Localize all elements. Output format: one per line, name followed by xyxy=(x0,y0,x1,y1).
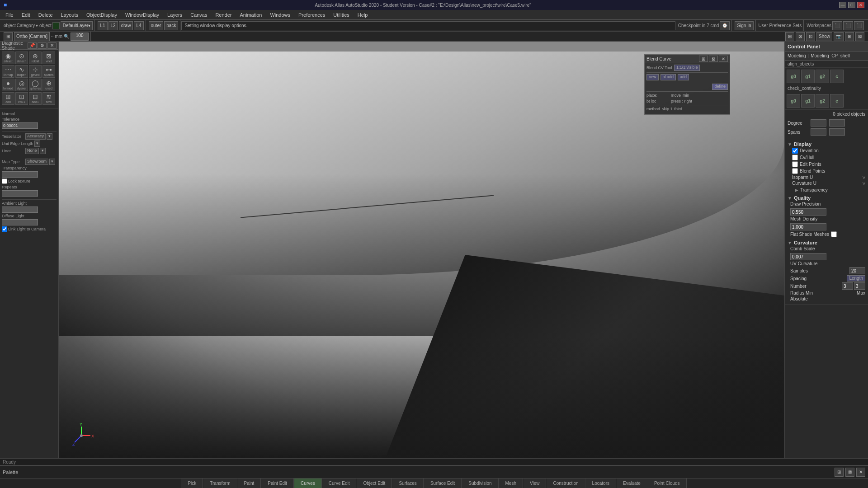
deviation-check[interactable] xyxy=(792,148,798,154)
number-v-input[interactable] xyxy=(854,282,865,290)
tool-uned[interactable]: ⊕uned xyxy=(42,79,55,91)
shelf-g0-1[interactable]: g0 xyxy=(787,70,800,83)
show-btn[interactable]: Show xyxy=(816,32,832,41)
blend-points-check[interactable] xyxy=(792,168,798,174)
degree-input1[interactable] xyxy=(811,119,826,127)
workspaces-icon3[interactable]: ⬛ xyxy=(854,21,864,30)
link-light-check[interactable] xyxy=(2,226,7,232)
spans-input1[interactable] xyxy=(811,128,826,136)
tool-vnet[interactable]: ⊠vnet xyxy=(42,52,55,64)
blend-panel-close[interactable]: ✕ xyxy=(719,56,728,62)
repeats-input[interactable] xyxy=(2,190,38,197)
back-btn[interactable]: back xyxy=(164,21,178,30)
shelf-tab-construction[interactable]: Construction xyxy=(547,479,585,488)
zoom-input[interactable]: 100 xyxy=(71,33,89,41)
shelf-g1-1[interactable]: g1 xyxy=(801,70,815,83)
tool-isopen[interactable]: ∿isopen xyxy=(15,65,28,78)
shelf-tab-subdivision[interactable]: Subdivision xyxy=(462,479,498,488)
menu-item-file[interactable]: File xyxy=(2,11,17,19)
menu-item-objectdisplay[interactable]: ObjectDisplay xyxy=(83,11,121,19)
tool-flow[interactable]: ≋flow xyxy=(42,92,55,105)
quality-collapse[interactable]: ▼ Quality xyxy=(788,195,865,201)
shelf-tab-surface-edit[interactable]: Surface Edit xyxy=(424,479,462,488)
panel-close[interactable]: ✕ xyxy=(47,42,57,49)
draw-btn[interactable]: draw xyxy=(119,21,133,30)
tolerance-input[interactable] xyxy=(2,122,38,129)
samples-input[interactable] xyxy=(849,267,865,274)
shelf-tab-locators[interactable]: Locators xyxy=(586,479,616,488)
display-collapse[interactable]: ▼ Display xyxy=(788,141,865,147)
tool-formed[interactable]: ●formed xyxy=(2,79,14,91)
l2-btn[interactable]: L2 xyxy=(108,21,118,30)
draw-precision-input[interactable] xyxy=(790,208,826,216)
tool-add1[interactable]: ⊟add1 xyxy=(29,92,42,105)
l1-btn[interactable]: L1 xyxy=(98,21,107,30)
spans-input2[interactable] xyxy=(829,128,845,136)
diffuse-input[interactable] xyxy=(2,219,38,225)
blend-define-btn[interactable]: define xyxy=(712,84,728,90)
cvhull-check[interactable] xyxy=(792,155,798,160)
menu-item-windowdisplay[interactable]: WindowDisplay xyxy=(122,11,163,19)
shelf-tab-curve-edit[interactable]: Curve Edit xyxy=(322,479,357,488)
palette-icon2[interactable]: ⊠ xyxy=(845,468,854,477)
sign-in-btn[interactable]: Sign In xyxy=(735,21,753,30)
liner-expand[interactable]: ▾ xyxy=(40,148,46,154)
viewport-icon5[interactable]: ⊞ xyxy=(845,32,854,41)
menu-item-layers[interactable]: Layers xyxy=(164,11,186,19)
viewport[interactable]: X Y Z Blend Curve ⊞ ⊠ ✕ xyxy=(59,42,784,458)
tool-linmap[interactable]: ⋯linmap xyxy=(2,65,14,78)
menu-item-layouts[interactable]: Layouts xyxy=(57,11,82,19)
tool-attract[interactable]: ◉attract xyxy=(2,52,14,64)
ambient-input[interactable] xyxy=(2,206,38,213)
palette-icon3[interactable]: ✕ xyxy=(856,468,865,477)
edit-points-check[interactable] xyxy=(792,161,798,167)
blend-preview-btn[interactable]: 1:1/1:visible xyxy=(674,65,700,71)
viewport-icon6[interactable]: ⊠ xyxy=(855,32,864,41)
tool-detach[interactable]: ⊙detach xyxy=(15,52,28,64)
menu-item-edit[interactable]: Edit xyxy=(18,11,34,19)
minimize-button[interactable]: — xyxy=(839,2,846,8)
transparency-input[interactable] xyxy=(2,171,38,178)
unit-edge-expand[interactable]: ▾ xyxy=(34,141,40,147)
blend-pladd-btn[interactable]: pl add xyxy=(660,74,676,80)
shelf-tab-mesh[interactable]: Mesh xyxy=(499,479,523,488)
panel-pin[interactable]: 📌 xyxy=(28,42,37,49)
shelf-tab-pick[interactable]: Pick xyxy=(181,479,203,488)
none-btn[interactable]: None xyxy=(25,148,39,154)
layer-selector[interactable]: DefaultLayer ▾ xyxy=(61,21,93,30)
viewport-icon4[interactable]: 📷 xyxy=(834,32,844,41)
tessellator-expand[interactable]: ▾ xyxy=(47,133,52,140)
tool-edz1[interactable]: ⊡edZ1 xyxy=(15,92,28,105)
length-btn[interactable]: Length xyxy=(847,275,865,282)
tool-add[interactable]: ⊞add xyxy=(2,92,14,105)
menu-item-animation[interactable]: Animation xyxy=(236,11,266,19)
viewport-layout-btn[interactable]: ⊞ xyxy=(4,32,13,41)
lock-texture-check[interactable] xyxy=(2,178,7,184)
maximize-button[interactable]: □ xyxy=(848,2,855,8)
map-expand[interactable]: ▾ xyxy=(49,159,55,165)
tool-reknit[interactable]: ⊛reknit xyxy=(29,52,42,64)
menu-item-canvas[interactable]: Canvas xyxy=(187,11,211,19)
viewport-icon3[interactable]: ⊡ xyxy=(806,32,815,41)
flat-shade-check[interactable] xyxy=(831,231,837,237)
shelf-tab-object-edit[interactable]: Object Edit xyxy=(357,479,392,488)
outer-btn[interactable]: outer xyxy=(149,21,164,30)
number-u-input[interactable] xyxy=(842,282,853,290)
blend-new-btn[interactable]: new xyxy=(646,74,659,80)
degree-input2[interactable] xyxy=(829,119,845,127)
shelf-g2-1[interactable]: g2 xyxy=(816,70,829,83)
tool-spheres[interactable]: ◯spheres xyxy=(29,79,42,91)
comb-scale-input[interactable] xyxy=(790,253,826,260)
menu-item-delete[interactable]: Delete xyxy=(35,11,57,19)
curvature-collapse[interactable]: ▼ Curvature xyxy=(788,240,865,245)
checkpoint-icon[interactable]: ⌚ xyxy=(720,21,730,30)
blend-panel-icon1[interactable]: ⊞ xyxy=(699,56,708,62)
shelf-g0-2[interactable]: g0 xyxy=(787,94,800,108)
panel-settings[interactable]: ⚙ xyxy=(38,42,47,49)
shelf-g1-2[interactable]: g1 xyxy=(801,94,815,108)
workspaces-icon2[interactable]: ⬛ xyxy=(843,21,853,30)
shelf-tab-curves[interactable]: Curves xyxy=(294,479,322,488)
accuracy-btn[interactable]: Accuracy xyxy=(25,133,46,140)
shelf-tab-paint-edit[interactable]: Paint Edit xyxy=(261,479,294,488)
viewport-icon2[interactable]: ⊠ xyxy=(796,32,805,41)
